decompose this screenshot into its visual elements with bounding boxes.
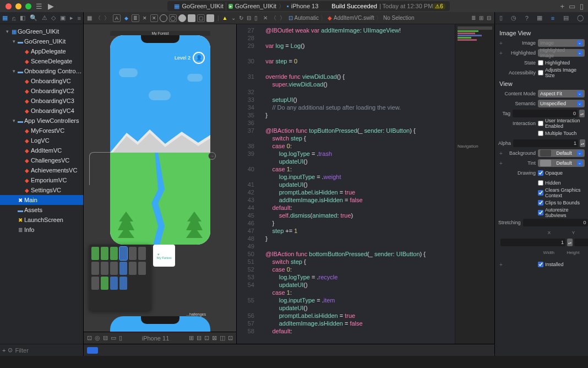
tree-file[interactable]: ◆SettingsVC	[0, 185, 83, 195]
project-navigator-tab[interactable]: ▦	[2, 14, 8, 21]
tree-file[interactable]: ◆EmporiumVC	[0, 175, 83, 185]
minimap[interactable]: Navigation	[455, 24, 494, 344]
interaction-check[interactable]: User Interaction Enabled	[538, 118, 585, 129]
ji6[interactable]	[160, 14, 167, 22]
tint-dropdown[interactable]: Default⌄	[538, 159, 585, 167]
size-insp-tab[interactable]: ▤	[563, 14, 569, 21]
inspector-body[interactable]: Image View +ImageImage⌄ +HighlightedHigh…	[495, 24, 588, 356]
cf-icon[interactable]: ▯	[119, 334, 122, 342]
contentmode-dropdown[interactable]: Aspect Fit⌄	[538, 90, 585, 98]
warning-badge[interactable]: ⚠6	[433, 3, 445, 9]
filter-input[interactable]	[15, 347, 91, 354]
stretch-w-field[interactable]	[500, 239, 565, 246]
tree-file[interactable]: ◆LogVC	[0, 136, 83, 145]
close-editor[interactable]: ✕	[263, 15, 268, 21]
opaque-check[interactable]: Opaque	[538, 170, 563, 176]
help-insp-tab[interactable]: ?	[525, 15, 529, 21]
stepper[interactable]: ▴▾	[579, 110, 585, 117]
related-items-icon[interactable]: ▦	[87, 15, 92, 21]
file-tree[interactable]: ▾▦GoGreen_UIKit ▾▬GoGreen_UIKit ◆AppDele…	[0, 24, 83, 344]
tree-file[interactable]: ◆AppDelegate	[0, 46, 83, 56]
tree-file[interactable]: ◆ChallengesVC	[0, 155, 83, 165]
tree-file[interactable]: ◆SceneDelegate	[0, 56, 83, 66]
tree-file[interactable]: ✖LaunchScreen	[0, 215, 83, 225]
cf-icon[interactable]: ⊠	[212, 334, 217, 342]
highlighted-dropdown[interactable]: Highlighted Image⌄	[538, 49, 585, 57]
attributes-insp-tab[interactable]: ≡	[551, 15, 554, 21]
ji3[interactable]: ≣	[132, 14, 139, 22]
accessibility-check[interactable]: Adjusts Image Size	[538, 67, 585, 78]
add-icon[interactable]: +	[498, 262, 504, 268]
connections-insp-tab[interactable]: ◯	[577, 14, 584, 21]
find-tab[interactable]: 🔍	[30, 14, 37, 21]
interface-builder-canvas[interactable]: My Forest Level 2👤	[84, 24, 237, 344]
tree-file[interactable]: ◆OnboardingVC3	[0, 96, 83, 106]
issue-tab[interactable]: ⚠	[42, 14, 47, 21]
stretch-h-field[interactable]	[574, 239, 588, 246]
installed-check[interactable]: Installed	[538, 262, 564, 267]
source-editor[interactable]: 2728293031323334353637383940414243444546…	[237, 24, 494, 344]
test-tab[interactable]: ◇	[51, 14, 56, 21]
cf-icon[interactable]: ⊟	[197, 334, 202, 342]
ji9[interactable]: ▬	[188, 14, 195, 22]
filter-icon[interactable]: ⊙	[8, 347, 13, 354]
cf-icon[interactable]: ⊡	[228, 334, 233, 342]
file-insp-tab[interactable]: ▯	[499, 14, 503, 21]
fwd-icon[interactable]: 〉	[280, 14, 285, 22]
tree-file[interactable]: ◆OnboardingVC4	[0, 106, 83, 116]
jump-split[interactable]: ▯	[254, 15, 258, 21]
storyboard-overview[interactable]	[89, 245, 151, 311]
state-check[interactable]: Highlighted	[538, 60, 570, 66]
cf-icon[interactable]: ▭	[111, 334, 116, 342]
clear-graphics-check[interactable]: Clears Graphics Context	[538, 187, 585, 198]
cf-icon[interactable]: ◎	[95, 334, 100, 342]
add-editor-icon[interactable]: ⊞	[479, 15, 483, 21]
color-well[interactable]	[540, 150, 551, 156]
image-dropdown[interactable]: Image⌄	[538, 39, 585, 47]
forward-button[interactable]: 〉	[104, 14, 110, 22]
report-tab[interactable]: ≡	[78, 15, 81, 21]
tree-folder[interactable]: ▾▬App ViewControllers	[0, 116, 83, 126]
hidden-check[interactable]: Hidden	[538, 180, 561, 186]
stepper[interactable]: ▴▾	[567, 239, 573, 246]
zoom-window[interactable]	[25, 3, 31, 9]
add-icon[interactable]: +	[498, 150, 504, 156]
cf-icon[interactable]: ⊡	[87, 334, 92, 342]
jump-loop[interactable]: ↻	[239, 15, 243, 21]
cf-icon[interactable]: ⊡	[204, 334, 209, 342]
tree-file[interactable]: ◆MyForestVC	[0, 126, 83, 136]
add-file-icon[interactable]: +	[2, 347, 6, 354]
activity-bar[interactable]: ▦GoGreen_UIKit ▸GoGreen_UIKit〉▪iPhone 13…	[167, 1, 449, 11]
minimap-icon[interactable]: ⊟	[487, 15, 491, 21]
tree-file[interactable]: ▬Assets	[0, 205, 83, 215]
ji11[interactable]: ▬	[206, 14, 214, 22]
back-icon[interactable]: 〈	[271, 14, 276, 22]
back-button[interactable]: 〈	[95, 14, 101, 22]
tree-file[interactable]: ◆AchievementsVC	[0, 165, 83, 175]
history-insp-tab[interactable]: ◷	[511, 14, 516, 21]
ji10[interactable]: ▢	[197, 14, 205, 22]
ji1[interactable]: A	[113, 14, 121, 22]
clips-check[interactable]: Clips to Bounds	[538, 200, 580, 205]
cf-icon[interactable]: ⊟	[103, 334, 108, 342]
sidebar-toggle-icon[interactable]: ☰	[36, 2, 42, 10]
breadcrumb[interactable]: ⊡Automatic 〉◆AddItemVC.swift 〉No Selecti…	[288, 14, 415, 22]
background-dropdown[interactable]: Default⌄	[538, 149, 585, 157]
add-icon[interactable]: +	[498, 40, 504, 46]
debug-indicator[interactable]	[87, 347, 98, 354]
breakpoint-tab[interactable]: ▸	[70, 14, 73, 21]
warn-icon[interactable]: ▲	[222, 15, 228, 21]
code-text[interactable]: @IBOutlet weak var addItemImage: UIImage…	[259, 24, 455, 344]
semantic-dropdown[interactable]: Unspecified⌄	[538, 100, 585, 107]
tree-folder[interactable]: ▾▬GoGreen_UIKit	[0, 36, 83, 46]
autoresize-check[interactable]: Autoresize Subviews	[538, 207, 585, 218]
identity-insp-tab[interactable]: ▦	[537, 14, 542, 21]
cf-icon[interactable]: ◫	[220, 334, 225, 342]
stretch-x-field[interactable]	[523, 219, 588, 226]
tag-field[interactable]	[513, 110, 578, 117]
tree-file[interactable]: ◆OnboardingVC2	[0, 86, 83, 96]
add-icon[interactable]: +	[498, 160, 504, 166]
add-icon[interactable]: +	[498, 50, 504, 56]
cf-icon[interactable]: ⊞	[189, 334, 194, 342]
run-button[interactable]: ▶	[48, 2, 54, 10]
